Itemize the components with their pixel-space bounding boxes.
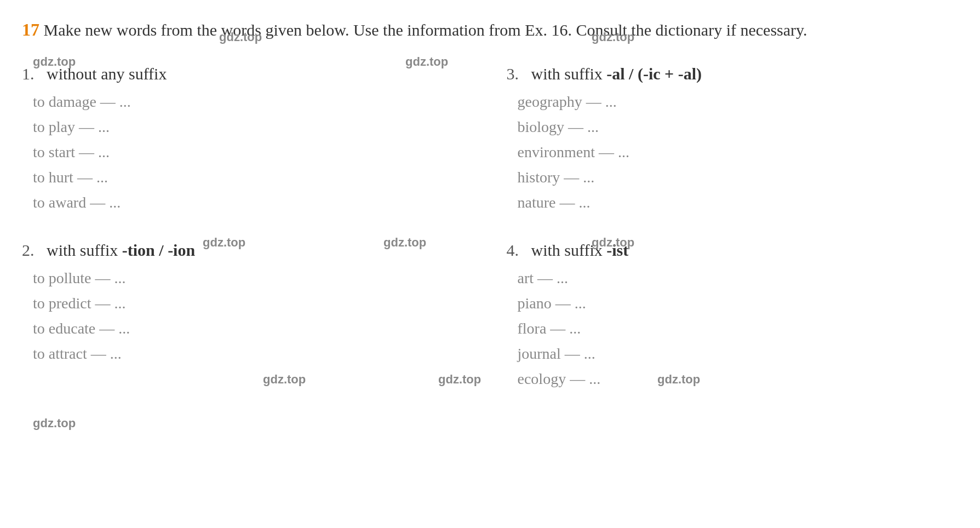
watermark-2: gdz.top [219, 30, 262, 44]
section-3-title: 3. with suffix -al / (-ic + -al) [507, 65, 959, 83]
section-4-title: 4. with suffix -ist [507, 241, 959, 260]
list-item: to predict — ... [22, 295, 474, 312]
watermark-5: gdz.top [203, 236, 245, 250]
list-item: geography — ... [507, 93, 959, 111]
watermark-7: gdz.top [592, 236, 634, 250]
list-item: to hurt — ... [22, 169, 474, 186]
exercise-header: 17 Make new words from the words given b… [22, 16, 958, 43]
watermark-4: gdz.top [592, 30, 634, 44]
watermark-6: gdz.top [383, 236, 426, 250]
list-item: piano — ... [507, 295, 959, 312]
list-item: to damage — ... [22, 93, 474, 111]
content-grid: 1. without any suffix to damage — ... to… [22, 59, 958, 401]
watermark-10: gdz.top [657, 372, 700, 387]
exercise-number: 17 [22, 20, 39, 39]
list-item: history — ... [507, 169, 959, 186]
section-1: 1. without any suffix to damage — ... to… [22, 59, 474, 225]
list-item: to pollute — ... [22, 269, 474, 287]
watermark-3: gdz.top [405, 55, 448, 69]
list-item: biology — ... [507, 118, 959, 136]
list-item: flora — ... [507, 320, 959, 337]
watermark-11: gdz.top [33, 416, 76, 431]
list-item: environment — ... [507, 144, 959, 161]
list-item: nature — ... [507, 194, 959, 211]
section-3: 3. with suffix -al / (-ic + -al) geograp… [507, 59, 959, 225]
list-item: to attract — ... [22, 345, 474, 363]
watermark-9: gdz.top [438, 372, 481, 387]
list-item: to start — ... [22, 144, 474, 161]
list-item: journal — ... [507, 345, 959, 363]
section-2: 2. with suffix -tion / -ion to pollute —… [22, 236, 474, 401]
list-item: ecology — ... [507, 370, 959, 388]
section-3-number: 3. [507, 65, 519, 83]
section-4-number: 4. [507, 241, 519, 259]
list-item: art — ... [507, 269, 959, 287]
watermark-8: gdz.top [263, 372, 306, 387]
header-text: Make new words from the words given belo… [39, 21, 807, 39]
section-2-number: 2. [22, 241, 35, 259]
list-item: to award — ... [22, 194, 474, 211]
watermark-1: gdz.top [33, 55, 76, 69]
list-item: to educate — ... [22, 320, 474, 337]
list-item: to play — ... [22, 118, 474, 136]
section-4: 4. with suffix -ist art — ... piano — ..… [507, 236, 959, 401]
